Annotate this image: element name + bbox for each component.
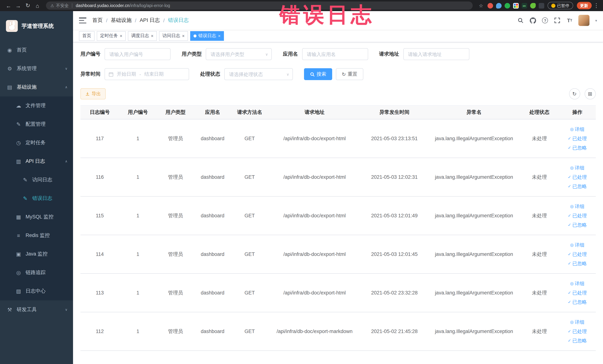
column-settings-button[interactable]: ⊞ bbox=[584, 88, 596, 99]
sidebar-item-config-management[interactable]: ✎ 配置管理 bbox=[0, 115, 73, 133]
detail-link[interactable]: ◎详细 bbox=[570, 280, 584, 287]
mark-processed-link[interactable]: ✓已处理 bbox=[568, 289, 587, 296]
cell-user-id: 1 bbox=[119, 329, 157, 334]
view-icon: ◎ bbox=[570, 127, 574, 132]
cell-app-name: dashboard bbox=[194, 213, 231, 218]
process-status-select[interactable] bbox=[224, 68, 293, 80]
address-bar[interactable]: ⚠ 不安全 dashboard.yudao.iocoder.cn/infra/l… bbox=[46, 1, 473, 10]
search-icon[interactable] bbox=[517, 17, 524, 24]
hamburger-icon[interactable] bbox=[79, 17, 86, 23]
mark-ignored-link[interactable]: ✓已忽略 bbox=[568, 299, 587, 305]
close-icon[interactable]: × bbox=[151, 34, 153, 38]
user-id-input[interactable] bbox=[104, 48, 171, 60]
extension-icon[interactable] bbox=[513, 3, 519, 8]
extension-icon[interactable] bbox=[487, 3, 493, 8]
sidebar-item-infrastructure[interactable]: ▤ 基础设施 ∧ bbox=[0, 78, 73, 96]
sidebar-item-mysql-monitor[interactable]: ▦ MySQL 监控 bbox=[0, 208, 73, 226]
logo[interactable]: 芋道管理系统 bbox=[0, 11, 73, 41]
back-icon[interactable]: ← bbox=[4, 2, 13, 9]
cell-actions: ◎详细 ✓已处理 ✓已忽略 bbox=[559, 319, 596, 344]
sidebar-item-dev-tools[interactable]: ⚒ 研发工具 ∨ bbox=[0, 300, 73, 319]
detail-link[interactable]: ◎详细 bbox=[570, 126, 584, 133]
sidebar-item-api-logs[interactable]: ▥ API 日志 ∧ bbox=[0, 152, 73, 171]
browser-home-icon[interactable]: ⌂ bbox=[33, 2, 42, 9]
cell-log-id: 114 bbox=[81, 251, 119, 257]
sidebar-item-trace[interactable]: ◎ 链路追踪 bbox=[0, 263, 73, 282]
navbar-tools: ? TT ▾ bbox=[517, 15, 597, 26]
mark-ignored-link[interactable]: ✓已忽略 bbox=[568, 183, 587, 190]
extension-icon[interactable] bbox=[530, 3, 535, 8]
cell-log-id: 116 bbox=[81, 174, 119, 180]
filter-process-status: 处理状态 ∨ bbox=[200, 68, 293, 80]
detail-link[interactable]: ◎详细 bbox=[570, 164, 584, 171]
forward-icon[interactable]: → bbox=[13, 2, 23, 9]
breadcrumb-item[interactable]: API 日志 bbox=[140, 17, 160, 24]
tab-scheduled-jobs[interactable]: 定时任务× bbox=[97, 31, 126, 41]
extension-icon[interactable]: on bbox=[522, 3, 527, 8]
mark-processed-link[interactable]: ✓已处理 bbox=[568, 174, 587, 180]
sidebar-item-file-management[interactable]: ☁ 文件管理 bbox=[0, 96, 73, 115]
mark-processed-link[interactable]: ✓已处理 bbox=[568, 212, 587, 219]
kebab-menu-icon[interactable]: ⋮ bbox=[593, 2, 599, 9]
app-name-input[interactable] bbox=[302, 48, 368, 60]
tab-home[interactable]: 首页 bbox=[79, 31, 94, 41]
close-icon[interactable]: × bbox=[218, 34, 220, 38]
reload-icon[interactable]: ↻ bbox=[23, 2, 33, 9]
filter-row-2: 异常时间 开始日期 - 结束日期 处理状态 ∨ bbox=[81, 68, 596, 80]
tab-access-log[interactable]: 访问日志× bbox=[159, 31, 188, 41]
extension-icon[interactable] bbox=[504, 3, 510, 8]
view-icon: ◎ bbox=[570, 281, 574, 286]
extension-icon[interactable] bbox=[538, 3, 544, 8]
mark-processed-link[interactable]: ✓已处理 bbox=[568, 251, 587, 258]
date-range-picker[interactable]: 开始日期 - 结束日期 bbox=[104, 68, 189, 80]
sidebar-item-access-log[interactable]: ✎ 访问日志 bbox=[0, 171, 73, 189]
tools-icon: ⚒ bbox=[6, 307, 13, 313]
search-button[interactable]: 搜索 bbox=[304, 68, 332, 80]
mark-ignored-link[interactable]: ✓已忽略 bbox=[568, 222, 587, 228]
error-log-icon: ✎ bbox=[22, 195, 29, 201]
column-header: 异常名 bbox=[428, 109, 520, 116]
detail-link[interactable]: ◎详细 bbox=[570, 242, 584, 248]
sidebar-item-system-management[interactable]: ⚙ 系统管理 ∨ bbox=[0, 59, 73, 78]
mark-ignored-link[interactable]: ✓已忽略 bbox=[568, 337, 587, 344]
sidebar-item-java-monitor[interactable]: ▣ Java 监控 bbox=[0, 245, 73, 263]
help-icon[interactable]: ? bbox=[542, 17, 548, 24]
sidebar-item-redis-monitor[interactable]: ≡ Redis 监控 bbox=[0, 226, 73, 245]
breadcrumb-item[interactable]: 基础设施 bbox=[111, 17, 132, 24]
detail-link[interactable]: ◎详细 bbox=[570, 203, 584, 210]
sidebar-item-error-log[interactable]: ✎ 错误日志 bbox=[0, 189, 73, 208]
chevron-down-icon[interactable]: ▾ bbox=[595, 18, 597, 23]
tab-error-log[interactable]: 错误日志× bbox=[190, 31, 224, 41]
close-icon[interactable]: × bbox=[182, 34, 185, 38]
bookmark-star-icon[interactable]: ☆ bbox=[476, 3, 486, 8]
cell-request-url: /api/infra/db-doc/export-html bbox=[268, 251, 360, 257]
github-icon[interactable] bbox=[530, 17, 536, 24]
sidebar-item-scheduled-jobs[interactable]: ◷ 定时任务 bbox=[0, 133, 73, 152]
sidebar-item-log-center[interactable]: ▧ 日志中心 bbox=[0, 282, 73, 300]
check-icon: ✓ bbox=[568, 290, 571, 295]
cell-user-id: 1 bbox=[119, 290, 157, 295]
infrastructure-icon: ▤ bbox=[6, 84, 13, 90]
avatar[interactable] bbox=[579, 15, 590, 26]
font-size-icon[interactable]: TT bbox=[566, 17, 573, 24]
request-url-input[interactable] bbox=[403, 48, 469, 60]
mark-ignored-link[interactable]: ✓已忽略 bbox=[568, 144, 587, 151]
extension-icon[interactable] bbox=[496, 3, 501, 8]
detail-link[interactable]: ◎详细 bbox=[570, 319, 584, 325]
breadcrumb-item[interactable]: 首页 bbox=[92, 17, 103, 24]
user-type-select[interactable] bbox=[206, 48, 272, 60]
export-button[interactable]: 导出 bbox=[81, 88, 106, 99]
tab-schedule-log[interactable]: 调度日志× bbox=[128, 31, 157, 41]
refresh-button[interactable]: ↻ bbox=[569, 88, 580, 99]
cell-user-id: 1 bbox=[119, 251, 157, 257]
paused-button[interactable]: 已暂停 bbox=[547, 2, 573, 9]
mark-processed-link[interactable]: ✓已处理 bbox=[568, 328, 587, 335]
update-button[interactable]: 更新 bbox=[577, 2, 591, 9]
close-icon[interactable]: × bbox=[120, 34, 122, 38]
mark-ignored-link[interactable]: ✓已忽略 bbox=[568, 260, 587, 267]
reset-button[interactable]: ↻ 重置 bbox=[336, 68, 363, 80]
sidebar-item-home[interactable]: ◉ 首页 bbox=[0, 41, 73, 59]
fullscreen-icon[interactable] bbox=[554, 17, 561, 24]
cell-log-id: 112 bbox=[81, 329, 119, 334]
mark-processed-link[interactable]: ✓已处理 bbox=[568, 135, 587, 142]
